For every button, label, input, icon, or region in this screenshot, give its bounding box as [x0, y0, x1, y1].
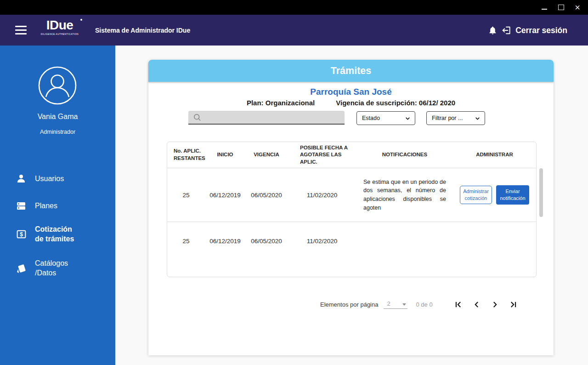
cell-administrar: Administrar cotización Enviar notificaci…	[453, 185, 536, 205]
chevron-down-icon	[405, 115, 411, 121]
logo-title: IDue	[46, 19, 74, 32]
table-row: 25 06/12/2019 06/05/2020 11/02/2020	[167, 222, 536, 277]
sidebar-item-label: Usuarios	[35, 174, 64, 184]
cell-inicio: 06/12/2019	[205, 238, 245, 245]
logo-accent-dot	[80, 19, 82, 21]
pager-controls	[454, 300, 518, 309]
cell-posible-fecha: 11/02/2020	[288, 238, 356, 245]
page-size-value: 2	[387, 300, 390, 307]
bell-icon	[488, 25, 498, 35]
sidebar: Vania Gama Administrador Usuarios Planes	[0, 46, 115, 365]
enviar-notificacion-button[interactable]: Enviar notificación	[496, 185, 529, 205]
table-scrollbar-thumb[interactable]	[539, 168, 543, 217]
last-page-icon	[509, 300, 518, 309]
chevron-left-icon	[472, 300, 481, 309]
next-page-button[interactable]	[491, 300, 500, 309]
minimize-button[interactable]	[537, 1, 551, 13]
sidebar-item-label: Catálogos /Datos	[35, 259, 68, 278]
maximize-button[interactable]	[554, 1, 568, 13]
caret-down-icon	[402, 303, 406, 306]
page-title-banner: Trámites	[148, 60, 554, 82]
organization-name: Parroquía San José	[148, 87, 554, 97]
page-title: Trámites	[331, 65, 371, 77]
user-icon	[15, 173, 27, 185]
header-actions: Cerrar sesión	[488, 25, 567, 35]
app-logo[interactable]: IDue DILIGENCE AUTHENTICATION	[39, 19, 81, 35]
cell-posible-fecha: 11/02/2020	[288, 192, 356, 199]
logout-label[interactable]: Cerrar sesión	[515, 25, 567, 35]
notifications-button[interactable]	[488, 25, 498, 35]
svg-text:$: $	[20, 231, 23, 238]
maximize-icon	[558, 5, 564, 10]
sidebar-item-label: Cotización de trámites	[35, 225, 74, 244]
menu-toggle-button[interactable]	[15, 26, 27, 34]
column-header-posible-fecha: POSIBLE FECHA A AGOTARSE LAS APLIC.	[288, 144, 356, 166]
plan-label: Plan: Organizacional	[247, 99, 315, 107]
search-icon	[193, 113, 202, 122]
estado-dropdown[interactable]: Estado	[356, 111, 415, 125]
chevron-right-icon	[491, 300, 499, 309]
sidebar-item-cotizacion-de-tramites[interactable]: $ Cotización de trámites	[15, 225, 107, 244]
estado-dropdown-value: Estado	[362, 115, 380, 121]
column-header-vigencia: VIGENCIA	[245, 151, 288, 159]
close-icon: ×	[575, 3, 580, 12]
user-role: Administrador	[0, 129, 115, 135]
sidebar-item-catalogos-datos[interactable]: Catálogos /Datos	[15, 259, 107, 278]
money-receipt-icon: $	[15, 228, 27, 240]
previous-page-button[interactable]	[472, 300, 481, 309]
cell-vigencia: 06/05/2020	[245, 192, 288, 199]
pagination: Elementos por página 2 0 de 0	[320, 299, 518, 310]
column-header-restantes: No. APLIC. RESTANTES	[167, 148, 205, 162]
cell-restantes: 25	[167, 192, 205, 199]
subscription-validity-label: Vigencia de suscripción: 06/12/ 2020	[336, 99, 455, 107]
subscription-info-row: Plan: Organizacional Vigencia de suscrip…	[148, 99, 554, 107]
cell-restantes: 25	[167, 238, 205, 245]
administrar-cotizacion-button[interactable]: Administrar cotización	[460, 186, 492, 204]
first-page-icon	[454, 300, 463, 309]
app-header: IDue DILIGENCE AUTHENTICATION Sistema de…	[0, 15, 588, 46]
column-header-administrar: ADMINISTRAR	[453, 151, 536, 159]
column-header-inicio: INICIO	[205, 151, 245, 159]
logout-icon	[501, 25, 512, 35]
hamburger-icon	[15, 26, 27, 27]
user-avatar-icon	[38, 66, 77, 105]
catalog-cards-icon	[15, 262, 27, 274]
page-size-select[interactable]: 2	[384, 300, 407, 309]
close-button[interactable]: ×	[571, 1, 584, 13]
filtrar-por-dropdown[interactable]: Filtrar por ...	[426, 111, 485, 125]
page-range: 0 de 0	[416, 301, 432, 308]
last-page-button[interactable]	[509, 300, 518, 309]
sidebar-item-usuarios[interactable]: Usuarios	[15, 173, 107, 185]
user-name: Vania Gama	[0, 113, 115, 121]
storage-icon	[15, 200, 27, 212]
main-card: Trámites Parroquía San José Plan: Organi…	[148, 60, 554, 355]
search-input[interactable]	[205, 111, 345, 124]
minimize-icon	[542, 9, 547, 10]
cell-vigencia: 06/05/2020	[245, 238, 288, 245]
logout-button[interactable]	[501, 25, 512, 35]
search-box[interactable]	[188, 111, 345, 125]
table-row: 25 06/12/2019 06/05/2020 11/02/2020 Se e…	[167, 168, 536, 222]
cell-inicio: 06/12/2019	[205, 192, 245, 199]
cell-notificacion: Se estima que en un periodo de dos seman…	[356, 178, 453, 212]
sidebar-item-planes[interactable]: Planes	[15, 200, 107, 212]
column-header-notificaciones: NOTIFICACIONES	[356, 151, 453, 159]
first-page-button[interactable]	[454, 300, 463, 309]
app-title: Sistema de Administrador IDue	[95, 27, 190, 34]
filtrar-dropdown-value: Filtrar por ...	[432, 115, 463, 121]
sidebar-item-label: Planes	[35, 201, 57, 211]
chevron-down-icon	[475, 115, 481, 121]
tramites-table: No. APLIC. RESTANTES INICIO VIGENCIA POS…	[167, 142, 537, 277]
page-size-label: Elementos por página	[320, 301, 378, 308]
table-header-row: No. APLIC. RESTANTES INICIO VIGENCIA POS…	[167, 142, 536, 168]
logo-subtitle: DILIGENCE AUTHENTICATION	[39, 33, 81, 35]
os-title-bar: ×	[0, 0, 588, 15]
